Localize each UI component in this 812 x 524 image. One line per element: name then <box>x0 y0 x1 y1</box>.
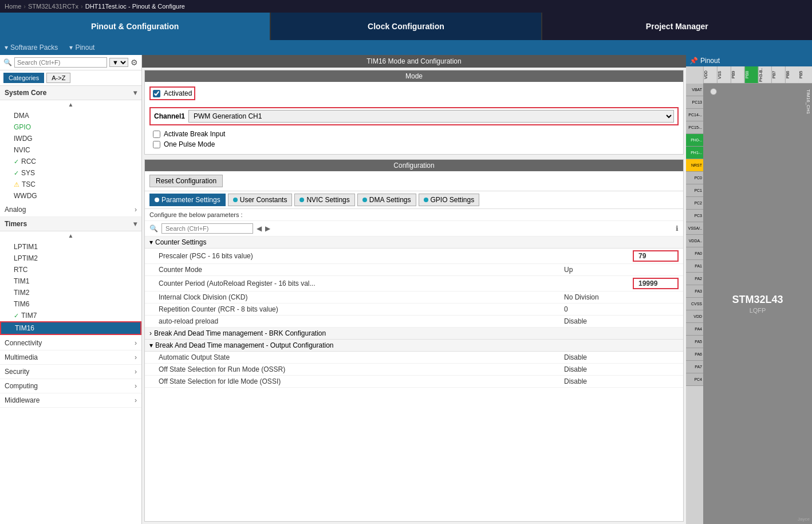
section-system-core-header[interactable]: System Core ▾ <box>0 86 141 100</box>
chip-header[interactable]: 📌 Pinout <box>686 55 812 66</box>
pin-pb6-top[interactable]: PB6 <box>785 66 799 83</box>
pin-pa2[interactable]: PA2 <box>686 273 703 285</box>
pin-pa0[interactable]: PA0 <box>686 247 703 260</box>
sidebar-item-tim7[interactable]: ✓TIM7 <box>0 310 141 321</box>
pin-vssa[interactable]: VSSA/.. <box>686 222 703 235</box>
sidebar-item-nvic[interactable]: NVIC <box>0 144 141 156</box>
pin-pa7[interactable]: PA7 <box>686 361 703 373</box>
counter-settings-group[interactable]: ▾ Counter Settings <box>145 237 683 249</box>
sidebar-item-tsc[interactable]: ⚠TSC <box>0 179 141 190</box>
sidebar-item-iwdg[interactable]: IWDG <box>0 133 141 144</box>
one-pulse-checkbox[interactable] <box>153 141 160 148</box>
channel-row: Channel1 PWM Generation CH1 <box>149 107 679 125</box>
tab-clock[interactable]: Clock Configuration <box>270 13 542 40</box>
sidebar-item-sys[interactable]: ✓SYS <box>0 167 141 179</box>
break-dead-brk-group[interactable]: › Break And Dead Time management - BRK C… <box>145 328 683 340</box>
counter-period-value[interactable]: 19999 <box>633 278 679 289</box>
pin-pc3[interactable]: PC3 <box>686 210 703 222</box>
config-tab-gpio[interactable]: GPIO Settings <box>419 194 480 206</box>
sidebar-item-lptim2[interactable]: LPTIM2 <box>0 253 141 264</box>
sidebar-item-wwdg[interactable]: WWDG <box>0 190 141 202</box>
pin-pa5[interactable]: PA5 <box>686 336 703 348</box>
break-input-checkbox[interactable] <box>153 131 160 138</box>
pin-pa6[interactable]: PA6 <box>686 348 703 361</box>
config-tab-parameters[interactable]: Parameter Settings <box>149 194 226 206</box>
chevron-down-icon: ▾ <box>133 220 137 228</box>
sidebar-item-tim6[interactable]: TIM6 <box>0 298 141 310</box>
breadcrumb-device[interactable]: STM32L431RCTx <box>28 3 78 10</box>
sub-tab-pinout[interactable]: ▾ Pinout <box>69 44 94 52</box>
breadcrumb-file[interactable]: DHT11Test.ioc - Pinout & Configure <box>85 3 185 10</box>
tab-project[interactable]: Project Manager <box>542 13 812 40</box>
pin-pc2[interactable]: PC2 <box>686 197 703 210</box>
scroll-up-timers-btn[interactable]: ▲ <box>0 231 141 240</box>
section-timers-header[interactable]: Timers ▾ <box>0 217 141 231</box>
pin-ph0[interactable]: PH0-.. <box>686 134 703 147</box>
prev-icon[interactable]: ◀ <box>257 224 262 233</box>
activated-row: Activated <box>149 86 195 100</box>
next-icon[interactable]: ▶ <box>265 224 270 233</box>
sidebar-item-tim16[interactable]: TIM16 <box>0 321 141 335</box>
section-analog-header[interactable]: Analog › <box>0 203 141 217</box>
reset-config-button[interactable]: Reset Configuration <box>149 175 223 187</box>
pin-vdd2[interactable]: VDD <box>686 310 703 323</box>
chevron-right-icon: › <box>135 353 137 361</box>
pin-pa3[interactable]: PA3 <box>686 285 703 298</box>
pin-ph3-top[interactable]: PH3-B.. <box>758 66 772 83</box>
param-search-input[interactable] <box>161 223 253 234</box>
config-tab-dma[interactable]: DMA Settings <box>357 194 416 206</box>
search-filter-select[interactable]: ▼ <box>109 58 128 67</box>
rcr-value: 0 <box>564 305 679 313</box>
pin-pb7-top[interactable]: PB7 <box>771 66 785 83</box>
pin-pc4[interactable]: PC4 <box>686 373 703 386</box>
search-input[interactable] <box>14 57 107 68</box>
info-icon: ℹ <box>676 224 679 233</box>
pin-pb9-top[interactable]: PB9 <box>731 66 744 83</box>
chevron-right-icon: › <box>135 206 137 214</box>
chip-body: TIM16_CH1 STM32L43 LQFP Jayce <box>703 84 812 524</box>
pin-pb5-top[interactable]: PB5 <box>799 66 812 83</box>
pin-vdd-top[interactable]: VDD <box>703 66 717 83</box>
section-middleware-header[interactable]: Middleware › <box>0 393 141 408</box>
sidebar-item-rtc[interactable]: RTC <box>0 264 141 275</box>
tab-az[interactable]: A->Z <box>46 73 70 83</box>
pin-vdda[interactable]: VDDA.. <box>686 235 703 247</box>
sidebar-item-tim2[interactable]: TIM2 <box>0 287 141 298</box>
pin-vss-top[interactable]: VSS <box>717 66 731 83</box>
main-layout: 🔍 ▼ ⚙ Categories A->Z System Core ▾ ▲ DM… <box>0 55 812 524</box>
pin-cvss[interactable]: CVSS <box>686 298 703 310</box>
sidebar-item-tim1[interactable]: TIM1 <box>0 275 141 287</box>
section-multimedia-header[interactable]: Multimedia › <box>0 350 141 365</box>
activated-checkbox[interactable] <box>153 90 160 97</box>
pin-pc13[interactable]: PC13 <box>686 96 703 109</box>
pin-pc1[interactable]: PC1 <box>686 184 703 197</box>
tab-categories[interactable]: Categories <box>3 73 44 83</box>
pin-pc0[interactable]: PC0 <box>686 172 703 184</box>
tab-pinout[interactable]: Pinout & Configuration <box>0 13 270 40</box>
pin-pc14[interactable]: PC14-.. <box>686 109 703 121</box>
section-computing-header[interactable]: Computing › <box>0 379 141 393</box>
prescaler-value[interactable]: 79 <box>633 250 679 262</box>
sub-tab-software[interactable]: ▾ Software Packs <box>5 44 58 52</box>
pin-pa4[interactable]: PA4 <box>686 323 703 336</box>
section-connectivity-header[interactable]: Connectivity › <box>0 336 141 350</box>
pin-pa1[interactable]: PA1 <box>686 260 703 273</box>
pin-nrst[interactable]: NRST <box>686 159 703 172</box>
sidebar-item-lptim1[interactable]: LPTIM1 <box>0 241 141 253</box>
section-security-header[interactable]: Security › <box>0 365 141 379</box>
pin-pc15[interactable]: PC15-.. <box>686 121 703 134</box>
config-tab-user-constants[interactable]: User Constants <box>228 194 293 206</box>
break-dead-output-group[interactable]: ▾ Break And Dead Time management - Outpu… <box>145 340 683 352</box>
chevron-right-icon: › <box>135 339 137 347</box>
sidebar-item-gpio[interactable]: GPIO <box>0 121 141 133</box>
pin-vbat[interactable]: VBAT <box>686 84 703 96</box>
config-tab-nvic[interactable]: NVIC Settings <box>294 194 354 206</box>
breadcrumb-home[interactable]: Home <box>5 3 21 10</box>
auto-output-value: Disable <box>564 353 679 361</box>
pin-ph1[interactable]: PH1-.. <box>686 147 703 159</box>
scroll-up-btn[interactable]: ▲ <box>0 100 141 109</box>
sidebar-item-rcc[interactable]: ✓RCC <box>0 156 141 167</box>
channel1-select[interactable]: PWM Generation CH1 <box>188 110 674 123</box>
gear-icon[interactable]: ⚙ <box>131 58 138 67</box>
sidebar-item-dma[interactable]: DMA <box>0 110 141 121</box>
